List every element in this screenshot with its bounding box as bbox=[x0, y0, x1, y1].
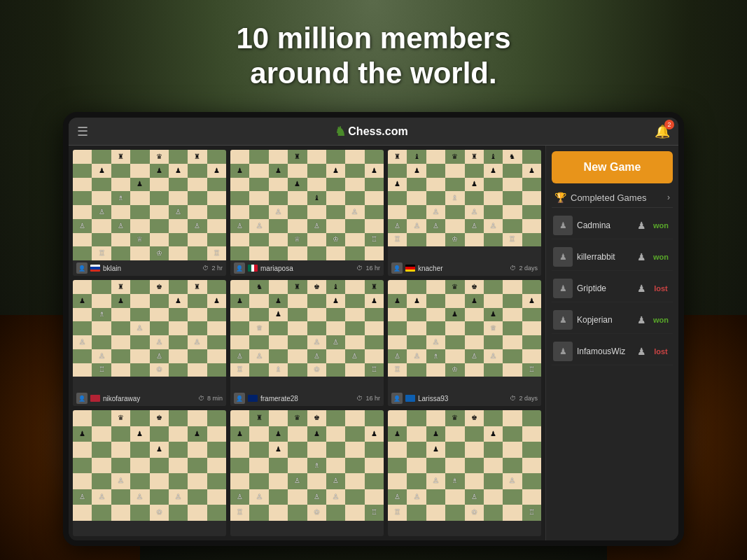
cell bbox=[465, 191, 484, 205]
result-clock-3: ♟ bbox=[637, 314, 646, 326]
cell bbox=[503, 505, 522, 521]
cell: ♟ bbox=[407, 294, 426, 308]
cell bbox=[307, 150, 326, 164]
game-board-1[interactable]: ♜ ♛ ♜ ♟ ♟ ♟ ♟ bbox=[73, 150, 226, 276]
cell bbox=[365, 246, 384, 260]
cell bbox=[345, 150, 364, 164]
cell bbox=[73, 308, 92, 322]
cell bbox=[407, 473, 426, 489]
result-row-3[interactable]: ♟ Kopjerian ♟ won bbox=[552, 307, 673, 334]
cell: ♖ bbox=[92, 246, 111, 260]
cell bbox=[407, 178, 426, 192]
cell bbox=[345, 410, 364, 426]
cell bbox=[111, 321, 130, 335]
clock-icon-4: ⏱ bbox=[198, 395, 204, 402]
cell bbox=[230, 280, 249, 294]
result-avatar-0: ♟ bbox=[553, 216, 573, 235]
result-avatar-3: ♟ bbox=[553, 310, 573, 330]
cell bbox=[407, 410, 426, 426]
game-board-5[interactable]: ♞ ♜ ♚ ♝ ♜ ♟ ♟ ♟ ♟ bbox=[230, 280, 384, 406]
cell: ♙ bbox=[92, 205, 111, 219]
time-info-6: 2 days bbox=[519, 395, 538, 402]
result-row-2[interactable]: ♟ Griptide ♟ lost bbox=[552, 275, 673, 302]
cell bbox=[407, 426, 426, 442]
cell bbox=[445, 321, 464, 335]
completed-games-row[interactable]: 🏆 Completed Games › bbox=[552, 188, 673, 208]
cell bbox=[130, 191, 149, 205]
cell: ♙ bbox=[150, 349, 169, 363]
game-board-4[interactable]: ♜ ♚ ♜ ♟ ♟ ♟ ♟ bbox=[73, 280, 226, 406]
cell bbox=[92, 321, 111, 335]
cell bbox=[111, 308, 130, 322]
cell bbox=[503, 363, 522, 377]
cell bbox=[522, 473, 541, 489]
cell bbox=[92, 150, 111, 164]
cell bbox=[407, 458, 426, 474]
cell: ♔ bbox=[445, 233, 464, 247]
cell bbox=[92, 219, 111, 233]
cell bbox=[249, 473, 268, 489]
cell bbox=[169, 363, 188, 377]
cell: ♗ bbox=[92, 308, 111, 322]
notification-bell[interactable]: 🔔 2 bbox=[655, 124, 670, 139]
cell bbox=[150, 294, 169, 308]
game-board-2[interactable]: ♜ ♟ ♟ ♟ ♟ bbox=[230, 150, 384, 276]
cell bbox=[130, 505, 149, 521]
cell: ♟ bbox=[230, 426, 249, 442]
cell bbox=[522, 489, 541, 505]
cell bbox=[522, 308, 541, 322]
player-flag-4 bbox=[90, 395, 100, 402]
cell bbox=[407, 335, 426, 349]
cell bbox=[445, 164, 464, 178]
result-row-0[interactable]: ♟ Cadmina ♟ won bbox=[552, 212, 673, 239]
headline-line2: around the world. bbox=[0, 56, 747, 91]
result-name-1: killerrabbit bbox=[577, 252, 633, 262]
cell bbox=[130, 473, 149, 489]
cell bbox=[503, 308, 522, 322]
cell bbox=[503, 294, 522, 308]
player-avatar-6: 👤 bbox=[391, 393, 403, 404]
cell: ♟ bbox=[269, 426, 288, 442]
game-board-9[interactable]: ♛ ♚ ♟ ♟ ♟ bbox=[388, 410, 541, 536]
cell bbox=[365, 410, 384, 426]
result-row-1[interactable]: ♟ killerrabbit ♟ won bbox=[552, 244, 673, 271]
game-board-6[interactable]: ♛ ♚ ♟ ♟ ♟ ♟ bbox=[388, 280, 541, 406]
menu-icon[interactable]: ☰ bbox=[77, 124, 88, 139]
game-board-8[interactable]: ♜ ♛ ♚ ♟ ♟ ♟ ♟ bbox=[230, 410, 384, 536]
cell bbox=[207, 335, 226, 349]
board-footer-5: 👤 framerate28 ⏱ 16 hr bbox=[230, 391, 384, 406]
chess-board-2: ♜ ♟ ♟ ♟ ♟ bbox=[230, 150, 384, 260]
new-game-button[interactable]: New Game bbox=[552, 151, 673, 183]
cell bbox=[345, 426, 364, 442]
cell bbox=[503, 489, 522, 505]
game-board-7[interactable]: ♛ ♚ ♟ ♟ ♟ bbox=[73, 410, 226, 536]
clock-icon-3: ⏱ bbox=[510, 265, 516, 272]
player-name-4: nikofaraway bbox=[103, 395, 195, 402]
cell bbox=[465, 233, 484, 247]
player-name-5: framerate28 bbox=[260, 395, 354, 402]
cell bbox=[249, 164, 268, 178]
result-row-4[interactable]: ♟ InfamousWiz ♟ lost bbox=[552, 338, 673, 365]
cell bbox=[188, 473, 207, 489]
cell: ♛ bbox=[288, 410, 307, 426]
player-name-2: mariaposa bbox=[260, 265, 354, 272]
cell: ♟ bbox=[130, 426, 149, 442]
cell bbox=[445, 349, 464, 363]
cell: ♙ bbox=[73, 335, 92, 349]
cell: ♟ bbox=[230, 164, 249, 178]
cell bbox=[150, 191, 169, 205]
game-board-3[interactable]: ♜ ♝ ♛ ♜ ♝ ♞ ♟ ♟ bbox=[388, 150, 541, 276]
cell bbox=[522, 219, 541, 233]
cell bbox=[169, 246, 188, 260]
cell bbox=[92, 335, 111, 349]
result-name-4: InfamousWiz bbox=[577, 346, 633, 356]
player-name-3: knacher bbox=[418, 265, 507, 272]
cell bbox=[188, 205, 207, 219]
cell bbox=[503, 191, 522, 205]
cell: ♙ bbox=[92, 489, 111, 505]
cell: ♟ bbox=[169, 164, 188, 178]
cell bbox=[230, 233, 249, 247]
cell bbox=[169, 505, 188, 521]
completed-games-label: Completed Games bbox=[571, 192, 663, 203]
cell bbox=[326, 505, 345, 521]
